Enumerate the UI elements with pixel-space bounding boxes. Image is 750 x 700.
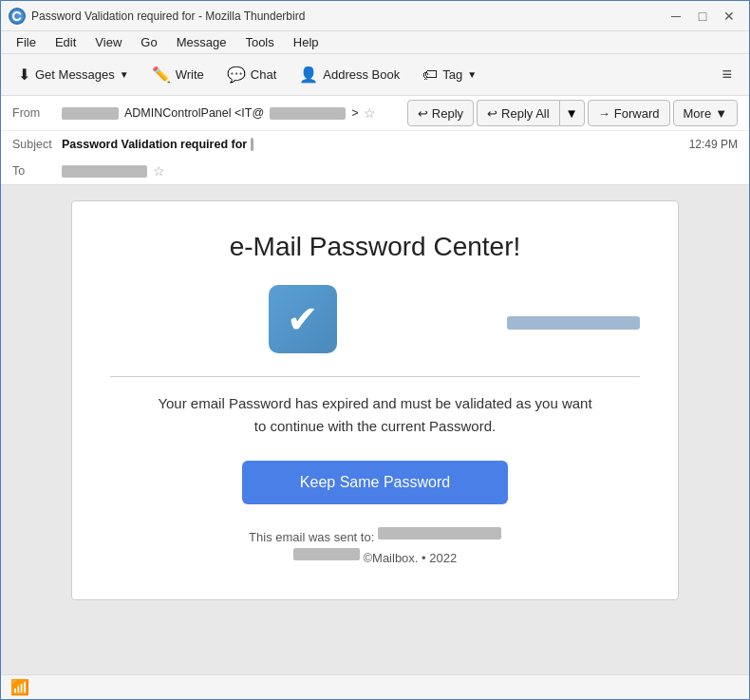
email-header: From ADMINControlPanel <IT@ > ☆ ↩ Reply … [1,96,749,185]
get-messages-button[interactable]: ⬇ Get Messages ▼ [9,59,139,91]
menu-edit[interactable]: Edit [47,33,84,51]
app-icon [9,8,26,25]
more-chevron-icon: ▼ [715,106,727,121]
to-label: To [12,164,62,178]
hamburger-button[interactable]: ≡ [712,60,741,89]
tag-icon: 🏷 [422,66,438,84]
tag-button[interactable]: 🏷 Tag ▼ [413,59,486,91]
menubar: File Edit View Go Message Tools Help [1,31,749,54]
subject-blurred [251,138,253,151]
address-book-icon: 👤 [299,66,318,84]
footer-name-blurred [293,548,360,560]
menu-message[interactable]: Message [169,33,234,51]
reply-all-icon: ↩ [487,106,497,121]
reply-all-dropdown-button[interactable]: ▼ [559,100,585,126]
email-time: 12:49 PM [689,138,738,151]
titlebar-left: Password Validation required for - Mozil… [9,8,305,25]
reply-arrow-icon: ↩ [418,106,428,121]
email-actions: ↩ Reply ↩ Reply All ▼ → Forward [407,100,738,126]
footer-email-blurred [378,527,501,539]
reply-button[interactable]: ↩ Reply [407,100,474,126]
close-button[interactable]: ✕ [717,7,741,26]
footer-text: This email was sent to: ©Mailbox. • 2022 [110,527,640,569]
from-row: From ADMINControlPanel <IT@ > ☆ ↩ Reply … [1,96,749,131]
get-messages-icon: ⬇ [18,66,30,84]
menu-tools[interactable]: Tools [237,33,281,51]
menu-go[interactable]: Go [133,33,164,51]
from-domain-blurred [270,107,346,120]
more-label: More [684,106,712,121]
window-title: Password Validation required for - Mozil… [31,9,305,23]
get-messages-label: Get Messages [35,67,115,82]
reply-all-chevron-icon: ▼ [566,106,578,121]
menu-file[interactable]: File [9,33,44,51]
checkbox-icon [269,285,337,353]
to-star-icon[interactable]: ☆ [153,163,165,179]
star-icon[interactable]: ☆ [364,105,376,121]
address-book-label: Address Book [323,67,400,82]
write-button[interactable]: ✏️ Write [142,59,214,91]
chat-label: Chat [251,67,276,82]
app-window: Password Validation required for - Mozil… [0,0,750,700]
signal-icon: 📶 [10,678,29,696]
to-blurred [62,165,147,178]
email-heading: e-Mail Password Center! [110,232,640,262]
get-messages-dropdown-icon: ▼ [120,69,129,80]
email-content-card: e-Mail Password Center! Your email Passw… [71,200,679,600]
checkbox-row [110,285,640,361]
tag-dropdown-icon: ▼ [467,69,477,80]
chat-button[interactable]: 💬 Chat [217,59,286,91]
to-row: To ☆ [1,158,749,184]
from-name: ADMINControlPanel <IT@ [124,106,264,120]
more-button[interactable]: More ▼ [673,100,739,126]
window-controls: ─ □ ✕ [664,7,741,26]
subject-value: Password Validation required for [62,138,689,151]
chat-icon: 💬 [227,66,246,84]
from-blurred [62,107,119,120]
menu-view[interactable]: View [87,33,129,51]
reply-label: Reply [432,106,463,121]
tag-label: Tag [442,67,462,82]
body-text: Your email Password has expired and must… [157,392,593,438]
statusbar: 📶 [1,674,749,699]
email-body-area: PC e-Mail Password Center! Your email Pa… [1,185,749,674]
reply-all-button[interactable]: ↩ Reply All [477,100,559,126]
footer-sent-label: This email was sent to: [249,530,374,544]
from-value: ADMINControlPanel <IT@ > ☆ [62,105,407,121]
reply-all-label: Reply All [501,106,550,121]
footer-suffix: ©Mailbox. • 2022 [363,551,457,565]
maximize-button[interactable]: □ [690,7,715,26]
keep-password-button[interactable]: Keep Same Password [242,461,508,504]
menu-help[interactable]: Help [286,33,327,51]
forward-button[interactable]: → Forward [588,100,670,126]
write-icon: ✏️ [152,66,171,84]
forward-icon: → [598,106,610,121]
to-value: ☆ [62,163,738,179]
subject-row: Subject Password Validation required for… [1,131,749,158]
address-book-button[interactable]: 👤 Address Book [290,59,409,91]
minimize-button[interactable]: ─ [664,7,688,26]
toolbar: ⬇ Get Messages ▼ ✏️ Write 💬 Chat 👤 Addre… [1,54,749,96]
forward-label: Forward [614,106,660,121]
titlebar: Password Validation required for - Mozil… [1,1,749,31]
content-divider [110,376,640,377]
from-label: From [12,106,62,120]
write-label: Write [176,67,204,82]
from-end: > [351,106,358,120]
email-link-blurred [507,316,640,330]
subject-label: Subject [12,138,62,151]
reply-all-split: ↩ Reply All ▼ [477,100,585,126]
